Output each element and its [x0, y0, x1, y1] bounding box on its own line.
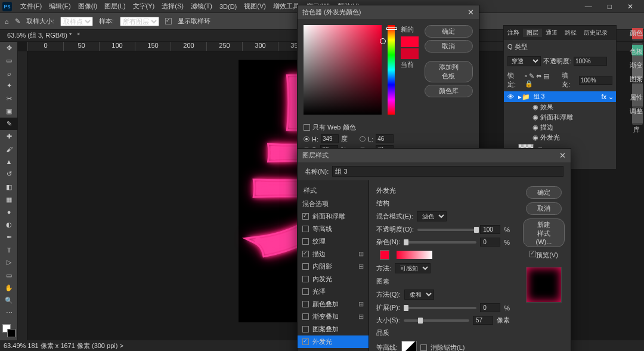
- tab-layers[interactable]: 图层: [523, 29, 542, 37]
- move-tool[interactable]: ✥: [0, 42, 18, 54]
- spread-slider[interactable]: [404, 307, 476, 309]
- name-input[interactable]: [332, 166, 564, 177]
- stamp-tool[interactable]: ▲: [0, 155, 18, 168]
- shape-tool[interactable]: ▭: [0, 269, 18, 282]
- style-bevel[interactable]: 斜面和浮雕: [298, 210, 369, 223]
- contour-picker[interactable]: [401, 341, 417, 351]
- menu-3d[interactable]: 3D(D): [216, 3, 240, 10]
- hand-tool[interactable]: ✋: [0, 282, 18, 294]
- style-gradient-overlay[interactable]: 渐变叠加⊞: [298, 310, 369, 323]
- web-only-checkbox[interactable]: [304, 124, 310, 131]
- menu-file[interactable]: 文件(F): [17, 2, 45, 11]
- style-contour[interactable]: 等高线: [298, 223, 369, 235]
- win-max-icon[interactable]: □: [604, 2, 615, 11]
- close-tab-icon[interactable]: ×: [77, 31, 80, 37]
- method-select[interactable]: 可感知: [395, 263, 431, 273]
- tab-channels[interactable]: 通道: [542, 29, 561, 37]
- menu-view[interactable]: 视图(V): [240, 2, 270, 11]
- tab-paths[interactable]: 路径: [561, 29, 580, 37]
- visibility-icon[interactable]: 👁: [506, 93, 515, 100]
- style-inner-shadow[interactable]: 内阴影⊞: [298, 260, 369, 273]
- menu-type[interactable]: 文字(Y): [129, 2, 159, 11]
- ok-button[interactable]: 确定: [526, 186, 562, 199]
- path-tool[interactable]: ▷: [0, 256, 18, 269]
- style-stroke[interactable]: 描边⊞: [298, 248, 369, 260]
- h-radio[interactable]: [304, 136, 309, 142]
- menu-layer[interactable]: 图层(L): [101, 2, 129, 11]
- type-tool[interactable]: T: [0, 244, 18, 256]
- wand-tool[interactable]: ✦: [0, 79, 18, 92]
- fx-outerglow[interactable]: ◉ 外发光: [532, 133, 616, 143]
- tab-notes[interactable]: 注释: [504, 29, 523, 37]
- fx-badge[interactable]: fx ⌄: [601, 93, 614, 101]
- style-color-overlay[interactable]: 颜色叠加⊞: [298, 298, 369, 310]
- pen-tool[interactable]: ✒: [0, 231, 18, 244]
- eyedropper-tool[interactable]: ✎: [0, 118, 18, 130]
- fill-input[interactable]: [579, 76, 612, 85]
- sample-size-select[interactable]: 取样点: [60, 17, 93, 26]
- menu-image[interactable]: 图像(I): [75, 2, 101, 11]
- sample-layers-select[interactable]: 所有图层: [120, 17, 159, 26]
- hue-slider[interactable]: [388, 25, 395, 115]
- size-slider[interactable]: [404, 319, 469, 322]
- style-texture[interactable]: 纹理: [298, 235, 369, 248]
- blend-mode-select[interactable]: 穿透: [507, 56, 541, 66]
- layer-group-3[interactable]: 👁 ▸📁 组 3 fx ⌄: [504, 91, 616, 102]
- noise-slider[interactable]: [404, 241, 476, 244]
- l-input[interactable]: [376, 134, 394, 143]
- glow-blend-select[interactable]: 滤色: [417, 211, 447, 221]
- glow-color-swatch[interactable]: [380, 250, 389, 260]
- heal-tool[interactable]: ✚: [0, 130, 18, 143]
- menu-select[interactable]: 选择(S): [158, 2, 187, 11]
- blur-tool[interactable]: ●: [0, 206, 18, 218]
- style-outer-glow[interactable]: 外发光: [298, 335, 369, 348]
- color-lib-button[interactable]: 颜色库: [425, 85, 473, 97]
- marquee-tool[interactable]: ▭: [0, 54, 18, 67]
- win-min-icon[interactable]: —: [581, 2, 596, 11]
- glow-gradient[interactable]: [397, 251, 432, 259]
- style-pattern-overlay[interactable]: 图案叠加: [298, 323, 369, 335]
- spread-value[interactable]: [480, 303, 500, 312]
- show-ring-checkbox[interactable]: [165, 18, 172, 24]
- menu-filter[interactable]: 滤镜(T): [187, 2, 216, 11]
- technique-select[interactable]: 柔和: [404, 290, 434, 300]
- win-close-icon[interactable]: ✕: [624, 2, 637, 11]
- lasso-tool[interactable]: ⌕: [0, 67, 18, 79]
- doc-tab[interactable]: 63.5% (组 3, RGB/8) * ×: [2, 30, 83, 41]
- style-satin[interactable]: 光泽: [298, 285, 369, 298]
- antialias-checkbox[interactable]: [420, 344, 427, 351]
- frame-tool[interactable]: ▣: [0, 105, 18, 118]
- saturation-value-field[interactable]: [304, 25, 382, 115]
- eraser-tool[interactable]: ◧: [0, 181, 18, 193]
- new-style-button[interactable]: 新建样式(W)...: [523, 218, 565, 247]
- ok-button[interactable]: 确定: [425, 25, 473, 38]
- fx-effects[interactable]: ◉ 效果: [532, 102, 616, 112]
- noise-value[interactable]: [480, 238, 500, 247]
- fx-stroke[interactable]: ◉ 描边: [532, 122, 616, 133]
- opacity-input[interactable]: [574, 57, 607, 66]
- history-brush-tool[interactable]: ↺: [0, 168, 18, 180]
- close-icon[interactable]: ✕: [559, 151, 566, 160]
- home-icon[interactable]: ⌂: [5, 18, 9, 25]
- opacity-slider[interactable]: [417, 229, 476, 231]
- eyedropper-icon[interactable]: ✎: [15, 17, 20, 25]
- opacity-value[interactable]: [480, 225, 500, 234]
- size-value[interactable]: [473, 316, 493, 325]
- background-swatch[interactable]: [7, 329, 16, 337]
- gradient-tool[interactable]: ▦: [0, 193, 18, 206]
- fx-bevel[interactable]: ◉ 斜面和浮雕: [532, 112, 616, 122]
- preview-checkbox[interactable]: [530, 251, 536, 257]
- lock-icons[interactable]: ▫ ✎ ⇔ ▤ 🔒: [525, 72, 559, 88]
- add-swatch-button[interactable]: 添加到色板: [425, 61, 473, 82]
- tab-history[interactable]: 历史记录: [580, 29, 611, 37]
- color-swatches[interactable]: [0, 323, 17, 340]
- style-drop-shadow[interactable]: 投影⊞: [298, 348, 369, 351]
- h-input[interactable]: [321, 134, 339, 143]
- blend-options[interactable]: 混合选项: [298, 198, 369, 210]
- l-radio[interactable]: [360, 136, 366, 142]
- edit-toolbar[interactable]: ⋯: [0, 307, 18, 319]
- brush-tool[interactable]: 🖌: [0, 143, 18, 155]
- dodge-tool[interactable]: ◐: [0, 218, 18, 231]
- cancel-button[interactable]: 取消: [425, 40, 473, 53]
- style-inner-glow[interactable]: 内发光: [298, 273, 369, 285]
